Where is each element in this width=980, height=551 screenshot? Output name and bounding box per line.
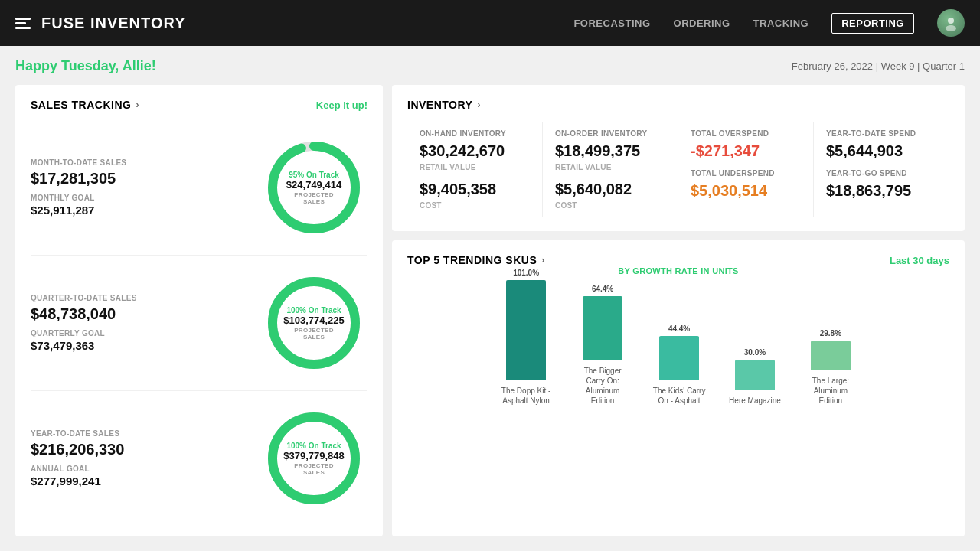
date-info: February 26, 2022 | Week 9 | Quarter 1	[792, 60, 965, 72]
bar-label-3: Here Magazine	[729, 396, 781, 406]
sales-period-label-1: QUARTER-TO-DATE SALES	[31, 294, 260, 302]
inv-cell-3: YEAR-TO-DATE SPEND $5,644,903 YEAR-TO-GO…	[814, 122, 949, 217]
inv-sub-1: RETAIL VALUE	[555, 163, 665, 171]
inv-value-1: $18,499,375	[555, 142, 665, 160]
sales-row-0: MONTH-TO-DATE SALES $17,281,305 MONTHLY …	[31, 120, 368, 256]
sales-text-2: YEAR-TO-DATE SALES $216,206,330 ANNUAL G…	[31, 429, 260, 487]
bar-4	[811, 341, 851, 370]
nav-ordering[interactable]: ORDERING	[674, 18, 730, 29]
svg-point-0	[948, 18, 954, 24]
bar-col-4: 29.8% The Large: Aluminum Edition	[804, 329, 858, 406]
sales-panel-header: SALES TRACKING › Keep it up!	[31, 99, 368, 111]
inv-label2-3: YEAR-TO-GO SPEND	[826, 169, 937, 178]
donut-2: 100% On Track $379,779,848 PROJECTED SAL…	[260, 405, 368, 512]
bar-label-0: The Dopp Kit - Asphalt Nylon	[499, 386, 553, 406]
bar-label-2: The Kids' Carry On - Asphalt	[652, 386, 706, 406]
sales-goal-label-2: ANNUAL GOAL	[31, 465, 260, 473]
panels: SALES TRACKING › Keep it up! MONTH-TO-DA…	[15, 85, 965, 536]
bar-col-0: 101.0% The Dopp Kit - Asphalt Nylon	[499, 269, 553, 406]
bar-3	[735, 360, 775, 390]
bar-0	[506, 280, 546, 380]
trending-header: TOP 5 TRENDING SKUS › Last 30 days	[407, 254, 949, 266]
sales-period-value-0: $17,281,305	[31, 170, 260, 187]
inv-value2-2: $5,030,514	[691, 182, 801, 200]
donut-sub-0: PROJECTED SALES	[286, 191, 341, 204]
nav-tracking[interactable]: TRACKING	[753, 18, 809, 29]
inv-label2-2: TOTAL UNDERSPEND	[691, 169, 801, 178]
inv-label-2: TOTAL OVERSPEND	[691, 129, 801, 138]
bar-pct-4: 29.8%	[820, 329, 841, 337]
donut-amount-1: $103,774,225	[283, 315, 345, 327]
greeting-bar: Happy Tuesday, Allie! February 26, 2022 …	[15, 58, 965, 74]
sales-period-value-2: $216,206,330	[31, 441, 260, 458]
donut-sub-1: PROJECTED SALES	[283, 326, 345, 340]
user-avatar[interactable]	[937, 9, 965, 37]
sales-period-value-1: $48,738,040	[31, 305, 260, 323]
sales-period-label-0: MONTH-TO-DATE SALES	[31, 158, 260, 167]
sales-keep-it-up[interactable]: Keep it up!	[316, 99, 368, 111]
donut-0: 95% On Track $24,749,414 PROJECTED SALES	[260, 134, 368, 241]
inventory-panel-header: INVENTORY ›	[407, 99, 949, 111]
trending-panel: TOP 5 TRENDING SKUS › Last 30 days BY GR…	[392, 240, 965, 536]
greeting-text: Happy Tuesday, Allie!	[15, 58, 156, 74]
inv-sub2-0: COST	[420, 201, 530, 210]
header: FUSE INVENTORY FORECASTING ORDERING TRAC…	[0, 0, 980, 46]
logo-line-3	[15, 27, 31, 29]
bar-label-4: The Large: Aluminum Edition	[804, 376, 858, 406]
inv-label-0: ON-HAND INVENTORY	[420, 129, 530, 138]
donut-amount-2: $379,779,848	[283, 450, 345, 462]
inv-cell-2: TOTAL OVERSPEND -$271,347 TOTAL UNDERSPE…	[678, 122, 814, 217]
svg-point-1	[946, 25, 956, 31]
main-content: Happy Tuesday, Allie! February 26, 2022 …	[0, 46, 980, 549]
trending-subtitle: BY GROWTH RATE IN UNITS	[407, 266, 949, 276]
trending-chevron-icon: ›	[541, 255, 545, 266]
sales-row-1: QUARTER-TO-DATE SALES $48,738,040 QUARTE…	[31, 256, 368, 391]
inv-value-2: -$271,347	[691, 142, 801, 160]
donut-percent-1: 100% On Track	[283, 306, 345, 315]
inv-value2-1: $5,640,082	[555, 181, 665, 198]
nav-reporting[interactable]: REPORTING	[831, 13, 914, 34]
sales-goal-value-0: $25,911,287	[31, 204, 260, 217]
sales-goal-value-2: $277,999,241	[31, 474, 260, 487]
avatar-image	[937, 9, 965, 37]
inventory-panel: INVENTORY › ON-HAND INVENTORY $30,242,67…	[392, 85, 965, 231]
inv-label-1: ON-ORDER INVENTORY	[555, 129, 665, 138]
logo-line-2	[15, 22, 26, 24]
inv-sub2-1: COST	[555, 201, 665, 210]
inv-cell-0: ON-HAND INVENTORY $30,242,670 RETAIL VAL…	[407, 122, 543, 217]
donut-percent-0: 95% On Track	[286, 171, 341, 179]
bar-col-2: 44.4% The Kids' Carry On - Asphalt	[652, 324, 706, 406]
bar-col-3: 30.0% Here Magazine	[729, 348, 781, 406]
bar-pct-1: 64.4%	[592, 285, 613, 293]
bar-pct-2: 44.4%	[668, 324, 690, 333]
inventory-grid: ON-HAND INVENTORY $30,242,670 RETAIL VAL…	[407, 122, 949, 217]
right-panels: INVENTORY › ON-HAND INVENTORY $30,242,67…	[392, 85, 965, 536]
donut-sub-2: PROJECTED SALES	[283, 461, 345, 475]
header-nav: FORECASTING ORDERING TRACKING REPORTING	[573, 9, 965, 37]
donut-label-0: 95% On Track $24,749,414 PROJECTED SALES	[286, 171, 341, 205]
inv-value-0: $30,242,670	[420, 142, 530, 160]
sales-period-label-2: YEAR-TO-DATE SALES	[31, 429, 260, 438]
trending-filter[interactable]: Last 30 days	[890, 255, 949, 266]
inv-second-1: $5,640,082 COST	[555, 181, 665, 210]
bar-pct-3: 30.0%	[744, 348, 766, 357]
sales-row-2: YEAR-TO-DATE SALES $216,206,330 ANNUAL G…	[31, 391, 368, 526]
logo-icon	[15, 18, 31, 29]
sales-goal-value-1: $73,479,363	[31, 339, 260, 352]
sales-rows: MONTH-TO-DATE SALES $17,281,305 MONTHLY …	[31, 120, 368, 526]
bar-pct-0: 101.0%	[513, 269, 539, 277]
sales-tracking-panel: SALES TRACKING › Keep it up! MONTH-TO-DA…	[15, 85, 383, 536]
donut-percent-2: 100% On Track	[283, 442, 345, 450]
inv-second-2: TOTAL UNDERSPEND $5,030,514	[691, 169, 801, 200]
nav-forecasting[interactable]: FORECASTING	[573, 18, 650, 29]
sales-goal-label-0: MONTHLY GOAL	[31, 194, 260, 202]
sales-text-1: QUARTER-TO-DATE SALES $48,738,040 QUARTE…	[31, 294, 260, 352]
header-left: FUSE INVENTORY	[15, 15, 185, 32]
inv-second-0: $9,405,358 COST	[420, 181, 530, 210]
donut-label-2: 100% On Track $379,779,848 PROJECTED SAL…	[283, 442, 345, 476]
donut-label-1: 100% On Track $103,774,225 PROJECTED SAL…	[283, 306, 345, 341]
inventory-chevron-icon: ›	[477, 99, 481, 110]
inv-sub-0: RETAIL VALUE	[420, 163, 530, 171]
donut-amount-0: $24,749,414	[286, 179, 341, 191]
bar-col-1: 64.4% The Bigger Carry On: Aluminum Edit…	[576, 285, 629, 406]
